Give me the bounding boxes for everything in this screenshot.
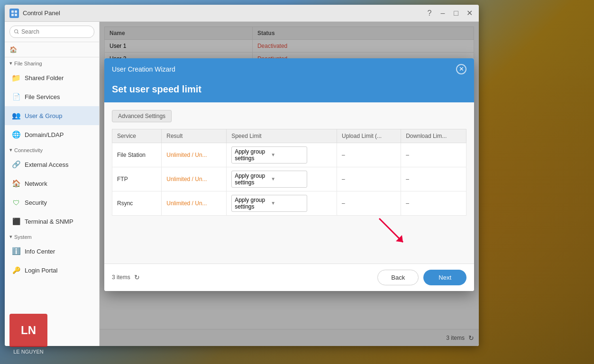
modal-overlay: User Creation Wizard ✕ Set user speed li… xyxy=(100,22,479,346)
sidebar-item-security[interactable]: 🛡 Security xyxy=(5,193,99,212)
dropdown-arrow-icon: ▼ xyxy=(271,152,304,157)
security-icon: 🛡 xyxy=(11,198,21,207)
result-cell: Unlimited / Un... xyxy=(162,167,227,191)
speed-limit-table: Service Result Speed Limit Upload Limit … xyxy=(112,129,466,216)
sidebar-item-domain-ldap[interactable]: 🌐 Domain/LDAP xyxy=(5,125,99,144)
svg-marker-5 xyxy=(396,235,403,242)
back-button[interactable]: Back xyxy=(377,270,419,285)
speed-limit-value: Apply group settings xyxy=(235,148,268,162)
svg-rect-3 xyxy=(15,14,17,16)
footer-buttons: Back Next xyxy=(377,270,466,285)
upload-limit-cell: – xyxy=(337,167,401,191)
sidebar-item-info-center[interactable]: ℹ️ Info Center xyxy=(5,242,99,261)
sidebar-item-file-services[interactable]: 📄 File Services xyxy=(5,87,99,106)
svg-rect-2 xyxy=(11,14,14,16)
modal-dialog: User Creation Wizard ✕ Set user speed li… xyxy=(104,58,474,291)
maximize-button[interactable]: □ xyxy=(451,9,461,18)
minimize-button[interactable]: – xyxy=(438,9,448,18)
window-body: 🏠 ▾ File Sharing 📁 Shared Folder 📄 File … xyxy=(5,22,479,346)
watermark: LN LE NGUYEN xyxy=(9,314,47,355)
download-limit-cell: – xyxy=(401,143,466,167)
speed-limit-dropdown-1[interactable]: Apply group settings ▼ xyxy=(231,171,307,188)
result-cell: Unlimited / Un... xyxy=(162,191,227,215)
upload-limit-cell: – xyxy=(337,191,401,215)
dropdown-arrow-icon: ▼ xyxy=(271,200,304,206)
search-input[interactable] xyxy=(9,26,94,38)
sidebar-item-external-access[interactable]: 🔗 External Access xyxy=(5,155,99,174)
sidebar-item-login-portal[interactable]: 🔑 Login Portal xyxy=(5,261,99,280)
users-icon: 👥 xyxy=(11,111,21,120)
sidebar-section-system: ▾ System xyxy=(5,231,99,242)
speed-limit-dropdown-0[interactable]: Apply group settings ▼ xyxy=(231,146,307,164)
speed-limit-cell: Apply group settings ▼ xyxy=(227,191,337,215)
main-content: Name Status User 1 Deactivated User 2 De… xyxy=(100,22,479,346)
dropdown-arrow-icon: ▼ xyxy=(271,176,304,182)
next-button[interactable]: Next xyxy=(423,270,466,285)
advanced-settings-button[interactable]: Advanced Settings xyxy=(112,110,172,122)
col-service: Service xyxy=(112,129,162,143)
speed-limit-cell: Apply group settings ▼ xyxy=(227,167,337,191)
download-limit-cell: – xyxy=(401,167,466,191)
folder-icon: 📁 xyxy=(11,73,21,82)
external-access-icon: 🔗 xyxy=(11,160,21,169)
help-button[interactable]: ? xyxy=(425,9,434,18)
sidebar-item-network[interactable]: 🏠 Network xyxy=(5,174,99,193)
sidebar: 🏠 ▾ File Sharing 📁 Shared Folder 📄 File … xyxy=(5,22,100,346)
sidebar-search-area xyxy=(5,22,99,42)
speed-limit-row: File Station Unlimited / Un... Apply gro… xyxy=(112,143,466,167)
window-titlebar: Control Panel ? – □ ✕ xyxy=(5,5,479,22)
service-name-cell: Rsync xyxy=(112,191,162,215)
watermark-text: LE NGUYEN xyxy=(9,349,47,355)
sidebar-section-connectivity: ▾ Connectivity xyxy=(5,144,99,155)
sidebar-section-file-sharing: ▾ File Sharing xyxy=(5,57,99,68)
svg-rect-1 xyxy=(15,10,17,13)
terminal-icon: ⬛ xyxy=(11,217,21,226)
modal-items-count-area: 3 items ↻ xyxy=(112,273,140,281)
speed-limit-value: Apply group settings xyxy=(235,173,268,186)
home-icon: 🏠 xyxy=(9,46,17,53)
control-panel-window: Control Panel ? – □ ✕ 🏠 ▾ File Sharing xyxy=(5,5,479,346)
speed-limit-value: Apply group settings xyxy=(235,197,268,210)
file-services-icon: 📄 xyxy=(11,92,21,101)
col-download-limit: Download Lim... xyxy=(401,129,466,143)
modal-body: Advanced Settings Service Result Speed L… xyxy=(104,102,474,264)
sidebar-item-terminal-snmp[interactable]: ⬛ Terminal & SNMP xyxy=(5,212,99,231)
chevron-down-icon: ▾ xyxy=(9,60,12,66)
arrow-annotation xyxy=(375,214,412,253)
modal-header: Set user speed limit xyxy=(104,80,474,102)
col-upload-limit: Upload Limit (... xyxy=(337,129,401,143)
modal-footer: 3 items ↻ Back Next xyxy=(104,264,474,291)
info-icon: ℹ️ xyxy=(11,246,21,256)
col-speed-limit: Speed Limit xyxy=(227,129,337,143)
chevron-down-icon-3: ▾ xyxy=(9,234,12,240)
chevron-down-icon-2: ▾ xyxy=(9,147,12,153)
upload-limit-cell: – xyxy=(337,143,401,167)
domain-icon: 🌐 xyxy=(11,130,21,139)
speed-limit-cell: Apply group settings ▼ xyxy=(227,143,337,167)
titlebar-title: Control Panel xyxy=(23,9,421,17)
titlebar-controls: ? – □ ✕ xyxy=(425,9,474,18)
modal-titlebar-label: User Creation Wizard xyxy=(112,65,175,73)
app-icon xyxy=(9,9,19,18)
service-name-cell: FTP xyxy=(112,167,162,191)
sidebar-item-shared-folder[interactable]: 📁 Shared Folder xyxy=(5,68,99,87)
speed-limit-dropdown-2[interactable]: Apply group settings ▼ xyxy=(231,195,307,212)
close-window-button[interactable]: ✕ xyxy=(465,9,474,18)
modal-items-count: 3 items xyxy=(112,274,130,281)
service-name-cell: File Station xyxy=(112,143,162,167)
sidebar-home-button[interactable]: 🏠 xyxy=(5,42,99,57)
download-limit-cell: – xyxy=(401,191,466,215)
col-result: Result xyxy=(162,129,227,143)
speed-limit-row: FTP Unlimited / Un... Apply group settin… xyxy=(112,167,466,191)
sidebar-item-user-group[interactable]: 👥 User & Group xyxy=(5,106,99,125)
network-icon: 🏠 xyxy=(11,179,21,188)
modal-close-button[interactable]: ✕ xyxy=(456,64,466,74)
modal-refresh-button[interactable]: ↻ xyxy=(134,273,140,281)
login-portal-icon: 🔑 xyxy=(11,265,21,275)
watermark-logo: LN xyxy=(9,314,47,347)
speed-limit-row: Rsync Unlimited / Un... Apply group sett… xyxy=(112,191,466,215)
modal-main-title: Set user speed limit xyxy=(112,84,466,95)
result-cell: Unlimited / Un... xyxy=(162,143,227,167)
svg-line-4 xyxy=(379,218,403,242)
svg-rect-0 xyxy=(11,10,14,13)
